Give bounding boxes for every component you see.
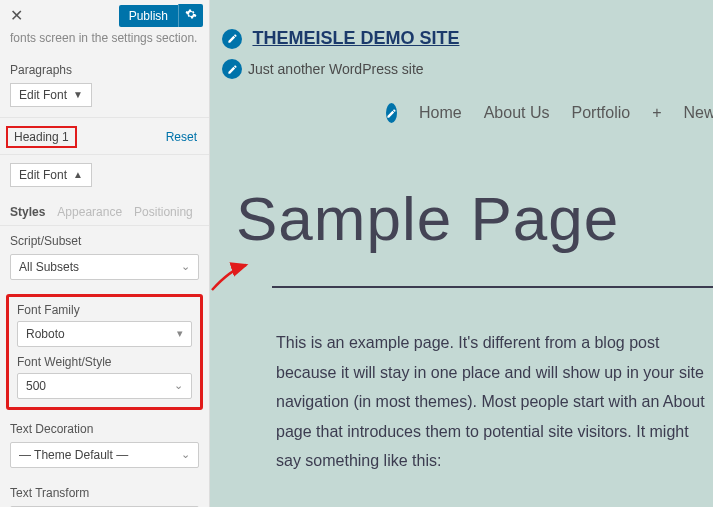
nav-about[interactable]: About Us	[484, 104, 550, 122]
tab-appearance[interactable]: Appearance	[57, 205, 122, 219]
tab-positioning[interactable]: Positioning	[134, 205, 193, 219]
nav-portfolio[interactable]: Portfolio	[572, 104, 631, 122]
primary-nav: Home About Us Portfolio + News Conta	[210, 79, 713, 123]
font-weight-label: Font Weight/Style	[15, 355, 194, 373]
script-subset-select[interactable]: All Subsets ⌄	[10, 254, 199, 280]
chevron-down-icon: ⌄	[181, 260, 190, 273]
caret-down-icon: ▾	[177, 327, 183, 340]
text-transform-label: Text Transform	[0, 478, 209, 506]
chevron-down-icon: ⌄	[174, 379, 183, 392]
section-paragraphs-label: Paragraphs	[0, 55, 209, 83]
page-body-paragraph: This is an example page. It's different …	[210, 288, 713, 476]
customizer-sidebar: ✕ Publish fonts screen in the settings s…	[0, 0, 210, 507]
section-heading1-label: Heading 1	[6, 126, 77, 148]
close-icon[interactable]: ✕	[6, 6, 27, 25]
font-family-highlight-box: Font Family Roboto ▾ Font Weight/Style 5…	[6, 294, 203, 410]
edit-font-label: Edit Font	[19, 168, 67, 182]
sidebar-note: fonts screen in the settings section.	[0, 31, 209, 55]
reset-link[interactable]: Reset	[166, 130, 203, 144]
nav-expand-icon[interactable]: +	[652, 104, 661, 122]
caret-up-icon: ▲	[73, 170, 83, 180]
nav-news[interactable]: News	[684, 104, 713, 122]
site-tagline: Just another WordPress site	[248, 61, 424, 77]
font-family-label: Font Family	[15, 303, 194, 321]
heading1-edit-font-button[interactable]: Edit Font ▲	[10, 163, 92, 187]
text-decoration-select[interactable]: — Theme Default — ⌄	[10, 442, 199, 468]
text-decoration-label: Text Decoration	[0, 414, 209, 442]
tab-styles[interactable]: Styles	[10, 205, 45, 219]
select-value: 500	[26, 379, 46, 393]
preview-pane: THEMEISLE DEMO SITE Just another WordPre…	[210, 0, 713, 507]
select-value: — Theme Default —	[19, 448, 128, 462]
edit-shortcut-icon[interactable]	[222, 29, 242, 49]
chevron-down-icon: ⌄	[181, 448, 190, 461]
edit-font-label: Edit Font	[19, 88, 67, 102]
publish-button[interactable]: Publish	[119, 5, 178, 27]
select-value: All Subsets	[19, 260, 79, 274]
font-family-select[interactable]: Roboto ▾	[17, 321, 192, 347]
gear-icon[interactable]	[178, 4, 203, 27]
caret-down-icon: ▼	[73, 90, 83, 100]
site-title-link[interactable]: THEMEISLE DEMO SITE	[252, 28, 459, 49]
font-weight-select[interactable]: 500 ⌄	[17, 373, 192, 399]
nav-home[interactable]: Home	[419, 104, 462, 122]
script-subset-label: Script/Subset	[0, 226, 209, 254]
edit-shortcut-icon[interactable]	[222, 59, 242, 79]
page-title: Sample Page	[210, 123, 713, 254]
select-value: Roboto	[26, 327, 65, 341]
paragraphs-edit-font-button[interactable]: Edit Font ▼	[10, 83, 92, 107]
edit-shortcut-icon[interactable]	[386, 103, 397, 123]
heading1-tabs: Styles Appearance Positioning	[0, 197, 209, 226]
